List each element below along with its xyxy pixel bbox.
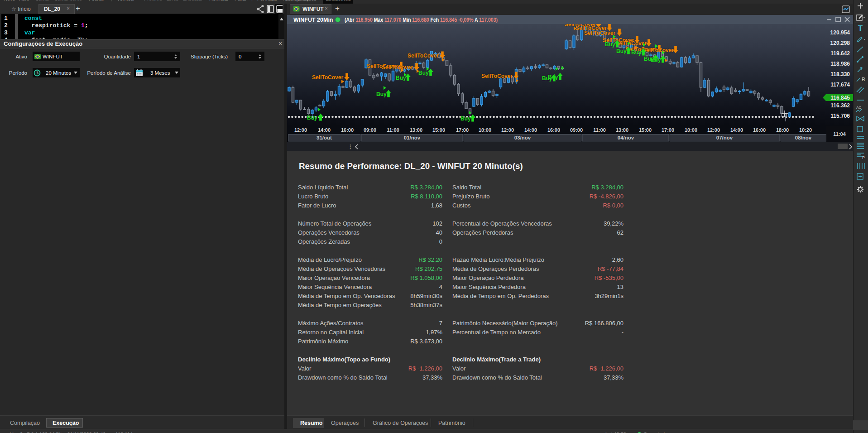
svg-text:09:00: 09:00 [364,127,376,133]
svg-text:11:00: 11:00 [387,127,399,133]
svg-text:10:20: 10:20 [799,127,812,133]
svg-text:31/out: 31/out [317,135,332,140]
svg-text:08/nov: 08/nov [795,135,812,140]
svg-text:16:00: 16:00 [753,127,766,133]
svg-text:10:00: 10:00 [479,127,491,133]
svg-text:120.954: 120.954 [830,29,850,36]
svg-text:WINFUT 20Min: WINFUT 20Min [293,17,333,23]
svg-text:T: T [858,24,863,33]
svg-text:17:00: 17:00 [662,127,674,133]
svg-text:SellToCover: SellToCover [312,74,343,81]
svg-text:116.845: 116.845 [830,95,850,101]
svg-text:115.706: 115.706 [830,113,850,119]
svg-text:Buy: Buy [376,91,387,97]
svg-text:12:00: 12:00 [501,127,514,133]
svg-text:16:00: 16:00 [341,127,354,133]
svg-text:119.642: 119.642 [830,50,850,57]
svg-text:12:00: 12:00 [707,127,720,133]
svg-text:Buy: Buy [460,115,471,122]
svg-text:04/nov: 04/nov [618,135,634,140]
svg-text:07/nov: 07/nov [716,135,733,140]
svg-text:SellToCover: SellToCover [584,30,615,36]
svg-text:SellToCover: SellToCover [481,73,513,79]
svg-text:14:00: 14:00 [730,127,743,133]
svg-text:14:00: 14:00 [524,127,537,133]
svg-text:09:00: 09:00 [570,127,583,133]
svg-text:117.674: 117.674 [830,82,850,88]
svg-text:116.362: 116.362 [830,102,850,109]
svg-text:14:00: 14:00 [318,127,331,133]
svg-text:17:00: 17:00 [456,127,469,133]
svg-text:118.986: 118.986 [830,61,850,67]
svg-text:Buy: Buy [418,70,429,76]
svg-text:Buy: Buy [616,48,627,54]
svg-text:Buy: Buy [307,115,317,121]
svg-text:18:00: 18:00 [776,127,789,133]
svg-text:13:00: 13:00 [616,127,628,133]
svg-text:12:00: 12:00 [294,127,307,133]
svg-text:Buy: Buy [605,41,615,48]
svg-text:Buy: Buy [548,74,558,80]
svg-text:Buy: Buy [651,57,661,63]
svg-text:03/nov: 03/nov [514,135,531,140]
svg-text:SellToCover: SellToCover [643,47,674,53]
svg-text:R: R [862,77,865,82]
svg-text:15:00: 15:00 [639,127,652,133]
svg-text:(Abr 116.950 Máx 117.070 Mín 1: (Abr 116.950 Máx 117.070 Mín 116.680 Fch… [345,17,498,23]
svg-text:118.330: 118.330 [830,71,850,77]
svg-text:AC: AC [856,106,861,110]
svg-text:01/nov: 01/nov [404,135,421,140]
svg-text:SellToCover: SellToCover [408,53,439,59]
svg-text:P: P [862,155,865,160]
svg-text:11:00: 11:00 [593,127,606,133]
svg-text:SellToCover: SellToCover [382,64,413,71]
svg-text:⋮: ⋮ [348,144,353,150]
svg-text:15:00: 15:00 [432,127,445,133]
svg-text:16:00: 16:00 [547,127,560,133]
svg-text:11:04: 11:04 [833,131,846,137]
svg-text:Buy: Buy [631,49,642,56]
svg-text:120.298: 120.298 [830,40,850,46]
svg-text:10:00: 10:00 [685,127,697,133]
svg-text:13:00: 13:00 [410,127,422,133]
svg-text:SellToCover: SellToCover [615,40,647,47]
